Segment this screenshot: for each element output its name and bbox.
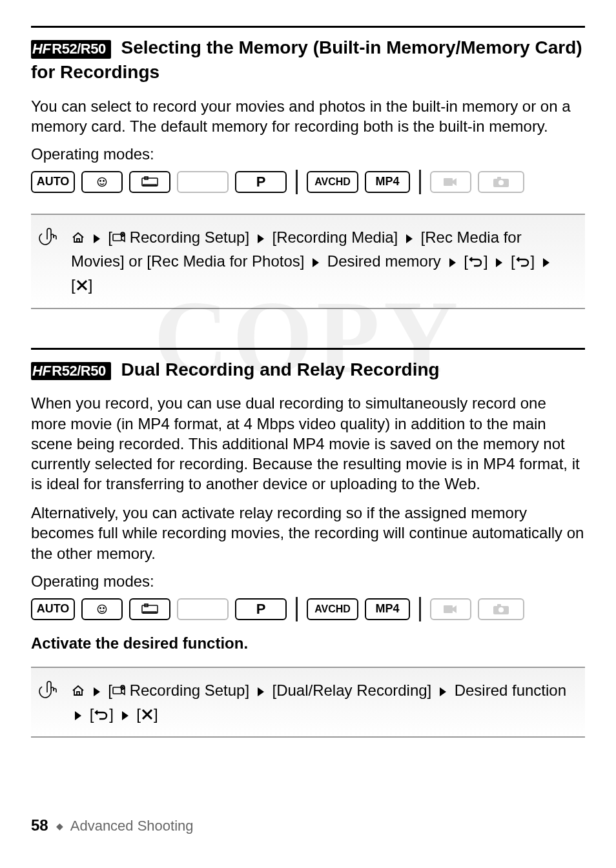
section-2-heading: HFR52/R50 Dual Recording and Relay Recor…	[31, 348, 585, 382]
close-button-bracket	[136, 702, 158, 726]
svg-rect-24	[113, 687, 121, 694]
arrow-icon	[255, 233, 267, 245]
modes-row-2: AUTO P AVCHD MP4	[31, 597, 585, 621]
touch-icon	[39, 225, 62, 298]
page-footer: 58 ◆ Advanced Shooting	[31, 816, 194, 834]
arrow-icon	[91, 686, 103, 698]
section-2-title: Dual Recording and Relay Recording	[116, 359, 440, 379]
badge-hf: HF	[32, 363, 52, 379]
step-dual-relay: [Dual/Relay Recording]	[272, 681, 431, 699]
close-icon	[141, 708, 154, 721]
divider	[419, 170, 421, 194]
operating-modes-label-1: Operating modes:	[31, 145, 585, 163]
svg-point-13	[98, 605, 106, 613]
section-2-body-1: When you record, you can use dual record…	[31, 393, 585, 494]
mode-mp4: MP4	[365, 598, 410, 620]
svg-rect-11	[113, 234, 121, 241]
steps-box-1: [ Recording Setup] [Recording Media] [Re…	[31, 214, 585, 309]
back-button-bracket	[511, 249, 535, 273]
mode-avchd: AVCHD	[307, 598, 358, 620]
activate-subheading: Activate the desired function.	[31, 634, 585, 652]
mode-photo-icon	[478, 598, 524, 620]
mode-mp4: MP4	[365, 171, 410, 193]
arrow-icon	[447, 257, 458, 268]
back-icon	[515, 255, 531, 268]
svg-point-14	[100, 607, 101, 609]
svg-rect-21	[497, 604, 501, 607]
svg-point-22	[498, 607, 504, 612]
setup-icon	[112, 232, 125, 245]
arrow-icon	[404, 233, 415, 245]
arrow-icon	[255, 686, 267, 698]
arrow-icon	[119, 710, 131, 722]
mode-movie-icon	[430, 598, 471, 620]
steps-box-2: [ Recording Setup] [Dual/Relay Recording…	[31, 667, 585, 738]
back-button-bracket	[90, 702, 114, 726]
svg-point-15	[103, 607, 105, 609]
svg-rect-5	[143, 185, 156, 186]
badge-rest: R52/R50	[52, 363, 105, 379]
svg-point-9	[498, 180, 504, 185]
mode-avchd: AVCHD	[307, 171, 358, 193]
close-icon	[76, 279, 88, 292]
touch-icon	[39, 678, 62, 726]
arrow-icon	[72, 710, 84, 722]
mode-empty	[177, 171, 229, 193]
operating-modes-label-2: Operating modes:	[31, 572, 585, 590]
model-badge: HFR52/R50	[31, 40, 111, 59]
svg-rect-23	[77, 692, 79, 695]
mode-empty	[177, 598, 229, 620]
section-1-body: You can select to record your movies and…	[31, 96, 585, 136]
mode-p: P	[235, 171, 287, 193]
svg-point-2	[103, 180, 105, 181]
svg-rect-8	[497, 177, 501, 179]
modes-row-1: AUTO P AVCHD MP4	[31, 170, 585, 194]
mode-scene-icon	[129, 598, 170, 620]
section-2-body-2: Alternatively, you can activate relay re…	[31, 503, 585, 563]
divider	[419, 597, 421, 621]
step-desired-memory: Desired memory	[327, 252, 441, 270]
arrow-icon	[310, 257, 322, 268]
section-1-heading: HFR52/R50 Selecting the Memory (Built-in…	[31, 26, 585, 85]
back-icon	[94, 708, 109, 721]
svg-point-0	[98, 177, 106, 186]
badge-rest: R52/R50	[52, 41, 105, 57]
steps-content-1: [ Recording Setup] [Recording Media] [Re…	[71, 225, 572, 298]
svg-point-1	[100, 180, 101, 181]
svg-rect-19	[444, 605, 453, 613]
badge-hf: HF	[32, 41, 52, 57]
svg-rect-10	[77, 239, 79, 242]
page-number: 58	[31, 816, 48, 834]
setup-icon	[112, 685, 125, 698]
mode-auto: AUTO	[31, 598, 75, 620]
mode-p: P	[235, 598, 287, 620]
divider	[296, 170, 298, 194]
arrow-icon	[493, 257, 505, 268]
footer-section-name: Advanced Shooting	[70, 818, 194, 834]
mode-auto: AUTO	[31, 171, 75, 193]
steps-content-2: [ Recording Setup] [Dual/Relay Recording…	[71, 678, 572, 726]
back-icon	[468, 255, 484, 268]
mode-scene-icon	[129, 171, 170, 193]
mode-baby-icon	[81, 171, 123, 193]
svg-rect-6	[444, 178, 453, 186]
arrow-icon	[437, 686, 449, 698]
divider	[296, 597, 298, 621]
home-icon	[71, 231, 85, 244]
arrow-icon	[540, 257, 552, 268]
diamond-separator: ◆	[56, 821, 63, 831]
step-rec-setup: Recording Setup]	[125, 681, 249, 699]
svg-rect-18	[143, 612, 156, 613]
step-desired-function: Desired function	[455, 681, 566, 699]
close-button-bracket	[71, 273, 92, 297]
back-button-bracket	[464, 249, 488, 273]
mode-movie-icon	[430, 171, 471, 193]
model-badge: HFR52/R50	[31, 362, 111, 381]
mode-photo-icon	[478, 171, 524, 193]
section-1-title: Selecting the Memory (Built-in Memory/Me…	[31, 37, 582, 82]
step-rec-setup: Recording Setup]	[125, 228, 249, 246]
step-rec-media: [Recording Media]	[272, 228, 398, 246]
arrow-icon	[91, 233, 103, 245]
mode-baby-icon	[81, 598, 123, 620]
home-icon	[71, 684, 85, 697]
